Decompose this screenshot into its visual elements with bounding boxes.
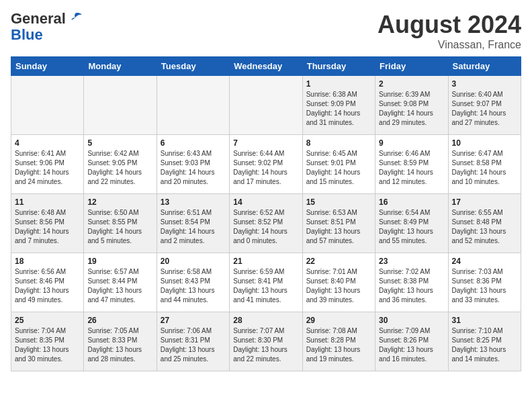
day-info: Sunrise: 7:09 AM Sunset: 8:26 PM Dayligh… bbox=[379, 326, 444, 364]
logo: General Blue bbox=[11, 11, 83, 43]
calendar-cell: 10Sunrise: 6:47 AM Sunset: 8:58 PM Dayli… bbox=[448, 135, 521, 194]
day-info: Sunrise: 6:59 AM Sunset: 8:41 PM Dayligh… bbox=[233, 267, 298, 305]
calendar-cell: 13Sunrise: 6:51 AM Sunset: 8:54 PM Dayli… bbox=[157, 194, 229, 253]
day-info: Sunrise: 7:06 AM Sunset: 8:31 PM Dayligh… bbox=[161, 326, 226, 364]
day-number: 23 bbox=[379, 257, 444, 266]
week-row-2: 4Sunrise: 6:41 AM Sunset: 9:06 PM Daylig… bbox=[11, 135, 521, 194]
calendar-cell: 11Sunrise: 6:48 AM Sunset: 8:56 PM Dayli… bbox=[11, 194, 84, 253]
day-number: 12 bbox=[87, 197, 152, 207]
day-info: Sunrise: 7:10 AM Sunset: 8:25 PM Dayligh… bbox=[452, 326, 517, 364]
week-row-3: 11Sunrise: 6:48 AM Sunset: 8:56 PM Dayli… bbox=[11, 194, 521, 253]
calendar-cell: 21Sunrise: 6:59 AM Sunset: 8:41 PM Dayli… bbox=[230, 253, 302, 312]
day-info: Sunrise: 6:39 AM Sunset: 9:08 PM Dayligh… bbox=[379, 90, 444, 128]
calendar-cell: 3Sunrise: 6:40 AM Sunset: 9:07 PM Daylig… bbox=[448, 76, 521, 135]
day-number: 19 bbox=[87, 257, 152, 266]
day-number: 20 bbox=[161, 257, 226, 266]
calendar-cell: 23Sunrise: 7:02 AM Sunset: 8:38 PM Dayli… bbox=[375, 253, 448, 312]
day-info: Sunrise: 6:45 AM Sunset: 9:01 PM Dayligh… bbox=[306, 149, 371, 187]
day-number: 29 bbox=[306, 316, 371, 325]
calendar-cell: 8Sunrise: 6:45 AM Sunset: 9:01 PM Daylig… bbox=[302, 135, 375, 194]
calendar-cell: 18Sunrise: 6:56 AM Sunset: 8:46 PM Dayli… bbox=[11, 253, 84, 312]
day-number: 15 bbox=[306, 197, 371, 207]
calendar-cell: 16Sunrise: 6:54 AM Sunset: 8:49 PM Dayli… bbox=[375, 194, 448, 253]
calendar-body: 1Sunrise: 6:38 AM Sunset: 9:09 PM Daylig… bbox=[11, 76, 521, 371]
day-info: Sunrise: 6:38 AM Sunset: 9:09 PM Dayligh… bbox=[306, 90, 371, 128]
calendar-cell: 2Sunrise: 6:39 AM Sunset: 9:08 PM Daylig… bbox=[375, 76, 448, 135]
day-info: Sunrise: 7:04 AM Sunset: 8:35 PM Dayligh… bbox=[15, 326, 80, 364]
calendar-cell: 26Sunrise: 7:05 AM Sunset: 8:33 PM Dayli… bbox=[84, 312, 157, 371]
day-info: Sunrise: 6:48 AM Sunset: 8:56 PM Dayligh… bbox=[15, 208, 80, 246]
logo-blue: Blue bbox=[11, 27, 83, 43]
day-info: Sunrise: 7:03 AM Sunset: 8:36 PM Dayligh… bbox=[452, 267, 517, 305]
day-number: 31 bbox=[452, 316, 517, 325]
day-number: 14 bbox=[233, 197, 298, 207]
week-row-4: 18Sunrise: 6:56 AM Sunset: 8:46 PM Dayli… bbox=[11, 253, 521, 312]
weekday-wednesday: Wednesday bbox=[230, 57, 302, 76]
weekday-friday: Friday bbox=[375, 57, 448, 76]
day-info: Sunrise: 7:05 AM Sunset: 8:33 PM Dayligh… bbox=[87, 326, 152, 364]
day-info: Sunrise: 6:44 AM Sunset: 9:02 PM Dayligh… bbox=[233, 149, 298, 187]
day-info: Sunrise: 6:55 AM Sunset: 8:48 PM Dayligh… bbox=[452, 208, 517, 246]
day-number: 2 bbox=[379, 79, 444, 89]
day-number: 25 bbox=[15, 316, 80, 325]
day-info: Sunrise: 6:41 AM Sunset: 9:06 PM Dayligh… bbox=[15, 149, 80, 187]
calendar-cell: 31Sunrise: 7:10 AM Sunset: 8:25 PM Dayli… bbox=[448, 312, 521, 371]
calendar-cell: 5Sunrise: 6:42 AM Sunset: 9:05 PM Daylig… bbox=[84, 135, 157, 194]
day-number: 11 bbox=[15, 197, 80, 207]
weekday-header-row: SundayMondayTuesdayWednesdayThursdayFrid… bbox=[11, 57, 521, 76]
day-number: 1 bbox=[306, 79, 371, 89]
day-info: Sunrise: 6:51 AM Sunset: 8:54 PM Dayligh… bbox=[161, 208, 226, 246]
calendar-cell: 6Sunrise: 6:43 AM Sunset: 9:03 PM Daylig… bbox=[157, 135, 229, 194]
calendar-cell: 20Sunrise: 6:58 AM Sunset: 8:43 PM Dayli… bbox=[157, 253, 229, 312]
day-number: 21 bbox=[233, 257, 298, 266]
calendar-cell: 9Sunrise: 6:46 AM Sunset: 8:59 PM Daylig… bbox=[375, 135, 448, 194]
weekday-tuesday: Tuesday bbox=[157, 57, 229, 76]
day-number: 3 bbox=[452, 79, 517, 89]
weekday-thursday: Thursday bbox=[302, 57, 375, 76]
day-info: Sunrise: 6:58 AM Sunset: 8:43 PM Dayligh… bbox=[161, 267, 226, 305]
day-info: Sunrise: 7:08 AM Sunset: 8:28 PM Dayligh… bbox=[306, 326, 371, 364]
page-header: General Blue August 2024 Vinassan, Franc… bbox=[11, 11, 521, 51]
day-info: Sunrise: 6:43 AM Sunset: 9:03 PM Dayligh… bbox=[161, 149, 226, 187]
calendar-cell: 17Sunrise: 6:55 AM Sunset: 8:48 PM Dayli… bbox=[448, 194, 521, 253]
calendar-cell: 1Sunrise: 6:38 AM Sunset: 9:09 PM Daylig… bbox=[302, 76, 375, 135]
calendar-cell: 4Sunrise: 6:41 AM Sunset: 9:06 PM Daylig… bbox=[11, 135, 84, 194]
weekday-saturday: Saturday bbox=[448, 57, 521, 76]
day-number: 5 bbox=[87, 138, 152, 148]
day-number: 28 bbox=[233, 316, 298, 325]
location-title: Vinassan, France bbox=[378, 39, 521, 51]
weekday-sunday: Sunday bbox=[11, 57, 84, 76]
title-block: August 2024 Vinassan, France bbox=[378, 11, 521, 51]
day-number: 10 bbox=[452, 138, 517, 148]
day-info: Sunrise: 6:40 AM Sunset: 9:07 PM Dayligh… bbox=[452, 90, 517, 128]
calendar-cell: 30Sunrise: 7:09 AM Sunset: 8:26 PM Dayli… bbox=[375, 312, 448, 371]
day-number: 22 bbox=[306, 257, 371, 266]
day-info: Sunrise: 6:50 AM Sunset: 8:55 PM Dayligh… bbox=[87, 208, 152, 246]
day-number: 9 bbox=[379, 138, 444, 148]
day-number: 7 bbox=[233, 138, 298, 148]
calendar-cell bbox=[11, 76, 84, 135]
day-info: Sunrise: 6:54 AM Sunset: 8:49 PM Dayligh… bbox=[379, 208, 444, 246]
calendar-cell bbox=[157, 76, 229, 135]
calendar-cell: 12Sunrise: 6:50 AM Sunset: 8:55 PM Dayli… bbox=[84, 194, 157, 253]
day-info: Sunrise: 6:47 AM Sunset: 8:58 PM Dayligh… bbox=[452, 149, 517, 187]
day-info: Sunrise: 6:42 AM Sunset: 9:05 PM Dayligh… bbox=[87, 149, 152, 187]
calendar-cell: 19Sunrise: 6:57 AM Sunset: 8:44 PM Dayli… bbox=[84, 253, 157, 312]
calendar-cell: 28Sunrise: 7:07 AM Sunset: 8:30 PM Dayli… bbox=[230, 312, 302, 371]
day-info: Sunrise: 6:53 AM Sunset: 8:51 PM Dayligh… bbox=[306, 208, 371, 246]
day-number: 13 bbox=[161, 197, 226, 207]
calendar-cell bbox=[84, 76, 157, 135]
week-row-5: 25Sunrise: 7:04 AM Sunset: 8:35 PM Dayli… bbox=[11, 312, 521, 371]
calendar-cell: 7Sunrise: 6:44 AM Sunset: 9:02 PM Daylig… bbox=[230, 135, 302, 194]
day-info: Sunrise: 6:56 AM Sunset: 8:46 PM Dayligh… bbox=[15, 267, 80, 305]
day-info: Sunrise: 6:52 AM Sunset: 8:52 PM Dayligh… bbox=[233, 208, 298, 246]
month-title: August 2024 bbox=[378, 11, 521, 39]
day-number: 8 bbox=[306, 138, 371, 148]
calendar-cell: 22Sunrise: 7:01 AM Sunset: 8:40 PM Dayli… bbox=[302, 253, 375, 312]
day-info: Sunrise: 7:01 AM Sunset: 8:40 PM Dayligh… bbox=[306, 267, 371, 305]
day-number: 4 bbox=[15, 138, 80, 148]
logo-general: General bbox=[11, 11, 66, 27]
day-number: 16 bbox=[379, 197, 444, 207]
logo-bird-icon bbox=[67, 11, 83, 27]
day-number: 24 bbox=[452, 257, 517, 266]
